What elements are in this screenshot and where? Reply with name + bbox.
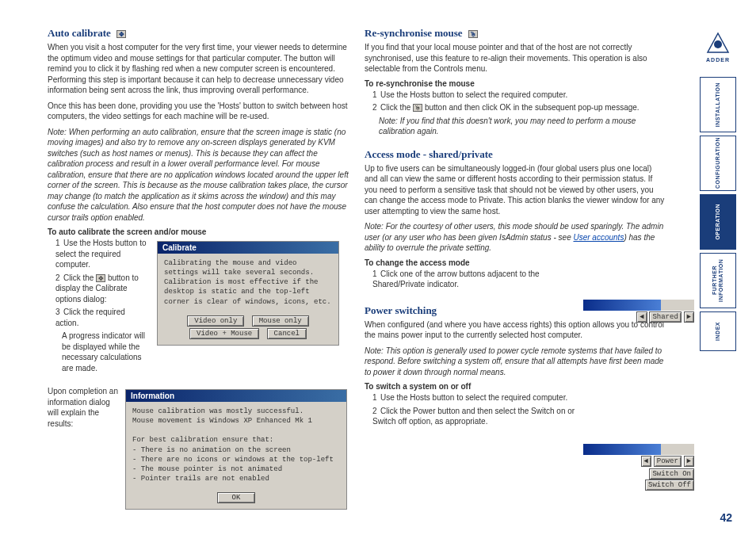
- heading-auto-calibrate: Auto calibrate ✥: [48, 27, 349, 40]
- left-column: Auto calibrate ✥ When you visit a host c…: [48, 24, 365, 513]
- subhead-switch-system: To switch a system on or off: [365, 382, 666, 391]
- resync-note: Note: If you find that this doesn't work…: [365, 116, 666, 137]
- switch-off-button[interactable]: Switch Off: [645, 480, 694, 491]
- right-column: Re-synchronise mouse 🖰 If you find that …: [365, 24, 682, 513]
- next-arrow-button[interactable]: ►: [684, 311, 694, 323]
- shared-indicator: Shared: [649, 311, 681, 323]
- mouse-button-icon: 🖰: [413, 104, 422, 112]
- information-dialog-title: Information: [126, 390, 346, 402]
- tab-index[interactable]: INDEX: [700, 311, 736, 351]
- power-indicator: Power: [654, 456, 682, 467]
- resync-step-2: 2Click the 🖰 button and then click OK in…: [372, 102, 666, 113]
- ribbon-decoration: [583, 444, 694, 455]
- heading-access-mode: Access mode - shared/private: [365, 148, 666, 161]
- calibrate-dialog-body: Calibrating the mouse and video settings…: [158, 254, 338, 311]
- ok-button[interactable]: OK: [217, 492, 256, 503]
- calibrate-dialog: Calibrate Calibrating the mouse and vide…: [157, 241, 339, 346]
- video-mouse-button[interactable]: Video + Mouse: [189, 328, 259, 339]
- tab-operation[interactable]: OPERATION: [700, 194, 736, 250]
- power-step-1: 1Use the Hosts button to select the requ…: [372, 392, 666, 403]
- access-step-1: 1Click one of the arrow buttons adjacent…: [372, 269, 578, 290]
- page-number: 42: [720, 511, 732, 524]
- cancel-button[interactable]: Cancel: [267, 328, 307, 339]
- user-accounts-link[interactable]: User accounts: [573, 233, 624, 242]
- calibrate-dialog-title: Calibrate: [158, 242, 338, 254]
- video-only-button[interactable]: Video only: [187, 315, 244, 327]
- tab-further-information[interactable]: FURTHER INFORMATION: [700, 253, 736, 308]
- ribbon-decoration: [583, 300, 694, 311]
- information-dialog-body: Mouse calibration was mostly successful.…: [126, 402, 346, 488]
- subhead-to-resync: To re-synchronise the mouse: [365, 79, 666, 88]
- tab-configuration[interactable]: CONFIGURATION: [700, 136, 736, 191]
- step-2: 2Click the ✥ button to display the Calib…: [55, 273, 151, 305]
- access-mode-intro: Up to five users can be simultaneously l…: [365, 163, 666, 217]
- shared-private-widget: ◄ Shared ►: [636, 311, 694, 323]
- calibrate-icon: ✥: [116, 30, 126, 38]
- calibrate-button-icon: ✥: [96, 274, 105, 282]
- tab-installation[interactable]: INSTALLATION: [700, 77, 736, 132]
- mouse-icon: 🖰: [468, 30, 478, 38]
- power-note: Note: This option is generally used to p…: [365, 346, 666, 378]
- sidebar-tabs: ADDER INSTALLATION CONFIGURATION OPERATI…: [699, 32, 737, 354]
- power-intro: When configured (and where you have acce…: [365, 319, 666, 341]
- mouse-only-button[interactable]: Mouse only: [252, 315, 309, 327]
- prev-arrow-button[interactable]: ◄: [641, 456, 651, 467]
- information-dialog: Information Mouse calibration was mostly…: [125, 389, 347, 510]
- step-1: 1Use the Hosts button to select the requ…: [55, 238, 151, 270]
- power-widget: ◄ Power ► Switch On Switch Off: [641, 456, 694, 491]
- next-arrow-button[interactable]: ►: [684, 456, 694, 467]
- switch-on-button[interactable]: Switch On: [649, 468, 694, 480]
- heading-resync-mouse: Re-synchronise mouse 🖰: [365, 27, 666, 40]
- access-mode-note: Note: For the courtesy of other users, t…: [365, 221, 666, 254]
- completion-text: Upon completion an information dialog wi…: [48, 386, 119, 429]
- auto-calibrate-reuse: Once this has been done, providing you u…: [48, 101, 349, 122]
- subhead-change-access-mode: To change the access mode: [365, 258, 666, 267]
- adder-logo: ADDER: [704, 32, 731, 63]
- resync-step-1: 1Use the Hosts button to select the requ…: [372, 90, 666, 101]
- auto-calibrate-intro: When you visit a host computer for the v…: [48, 42, 349, 96]
- prev-arrow-button[interactable]: ◄: [636, 311, 647, 323]
- auto-calibrate-note: Note: When performing an auto calibratio…: [48, 127, 349, 224]
- step-3: 3Click the required action.: [55, 307, 151, 328]
- subhead-to-auto-calibrate: To auto calibrate the screen and/or mous…: [48, 227, 349, 236]
- power-step-2: 2Click the Power button and then select …: [372, 406, 594, 427]
- progress-note: A progress indicator will be displayed w…: [48, 331, 151, 373]
- resync-intro: If you find that your local mouse pointe…: [365, 42, 666, 75]
- svg-point-1: [714, 40, 722, 48]
